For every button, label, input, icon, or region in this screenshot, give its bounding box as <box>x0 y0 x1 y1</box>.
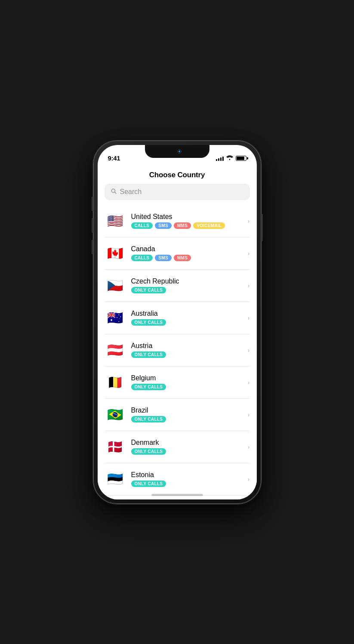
badge-list: CALLSSMSMMSVOICEMAIL <box>131 222 243 229</box>
chevron-right-icon: › <box>248 476 250 483</box>
badge-list: ONLY CALLS <box>131 287 243 293</box>
search-bar[interactable]: Search <box>105 184 250 200</box>
country-name: Denmark <box>131 439 243 447</box>
badge-only-calls: ONLY CALLS <box>131 287 166 293</box>
badge-only-calls: ONLY CALLS <box>131 384 166 390</box>
status-time: 9:41 <box>108 154 120 162</box>
badge-mms: MMS <box>174 222 191 229</box>
signal-bar-4 <box>222 157 224 161</box>
list-item[interactable]: 🇺🇸United StatesCALLSSMSMMSVOICEMAIL› <box>105 205 250 237</box>
badge-mms: MMS <box>174 255 191 261</box>
country-info: Czech RepublicONLY CALLS <box>131 277 243 293</box>
country-name: Belgium <box>131 374 243 382</box>
list-item[interactable]: 🇩🇰DenmarkONLY CALLS› <box>105 431 250 463</box>
country-info: CanadaCALLSSMSMMS <box>131 245 243 261</box>
badge-sms: SMS <box>155 255 172 261</box>
country-name: Czech Republic <box>131 277 243 285</box>
list-item[interactable]: 🇪🇪EstoniaONLY CALLS› <box>105 463 250 496</box>
home-indicator <box>151 494 203 496</box>
badge-list: ONLY CALLS <box>131 448 243 455</box>
badge-only-calls: ONLY CALLS <box>131 351 166 358</box>
badge-list: CALLSSMSMMS <box>131 255 243 261</box>
badge-only-calls: ONLY CALLS <box>131 416 166 422</box>
signal-icon <box>216 156 224 161</box>
flag-belgium: 🇧🇪 <box>105 372 126 393</box>
flag-canada: 🇨🇦 <box>105 243 126 264</box>
badge-list: ONLY CALLS <box>131 481 243 487</box>
chevron-right-icon: › <box>248 347 250 354</box>
battery-icon <box>236 156 246 161</box>
flag-czech-republic: 🇨🇿 <box>105 275 126 296</box>
country-name: Estonia <box>131 471 243 479</box>
country-name: Austria <box>131 342 243 350</box>
list-item[interactable]: 🇦🇺AustraliaONLY CALLS› <box>105 302 250 334</box>
front-camera <box>177 149 182 154</box>
page-title: Choose Country <box>98 166 257 184</box>
chevron-right-icon: › <box>248 218 250 225</box>
app-content[interactable]: Choose Country Search 🇺🇸United StatesCAL… <box>98 166 257 499</box>
flag-denmark: 🇩🇰 <box>105 436 126 458</box>
country-name: United States <box>131 213 243 221</box>
badge-only-calls: ONLY CALLS <box>131 481 166 487</box>
badge-only-calls: ONLY CALLS <box>131 319 166 326</box>
country-info: BrazilONLY CALLS <box>131 407 243 422</box>
list-item[interactable]: 🇧🇪BelgiumONLY CALLS› <box>105 367 250 399</box>
flag-estonia: 🇪🇪 <box>105 468 126 490</box>
country-info: DenmarkONLY CALLS <box>131 439 243 455</box>
phone-screen: 9:41 <box>98 145 257 499</box>
search-placeholder: Search <box>120 188 142 196</box>
country-name: Australia <box>131 310 243 317</box>
country-info: AustriaONLY CALLS <box>131 342 243 358</box>
badge-list: ONLY CALLS <box>131 416 243 422</box>
chevron-right-icon: › <box>248 411 250 418</box>
signal-bar-3 <box>220 157 222 161</box>
badge-calls: CALLS <box>131 222 153 229</box>
signal-bar-1 <box>216 159 217 161</box>
chevron-right-icon: › <box>248 379 250 386</box>
country-info: AustraliaONLY CALLS <box>131 310 243 326</box>
list-item[interactable]: 🇦🇹AustriaONLY CALLS› <box>105 334 250 367</box>
country-info: EstoniaONLY CALLS <box>131 471 243 487</box>
chevron-right-icon: › <box>248 282 250 289</box>
country-info: BelgiumONLY CALLS <box>131 374 243 390</box>
badge-only-calls: ONLY CALLS <box>131 448 166 455</box>
search-container: Search <box>98 184 257 205</box>
list-item[interactable]: 🇫🇮FinlandONLY CALLS› <box>105 496 250 499</box>
phone-frame: 9:41 <box>93 141 261 504</box>
chevron-right-icon: › <box>248 444 250 450</box>
wifi-icon <box>226 155 233 161</box>
flag-united-states: 🇺🇸 <box>105 210 126 232</box>
search-icon <box>111 188 117 195</box>
chevron-right-icon: › <box>248 250 250 257</box>
badge-calls: CALLS <box>131 255 153 261</box>
list-item[interactable]: 🇨🇦CanadaCALLSSMSMMS› <box>105 237 250 270</box>
country-list: 🇺🇸United StatesCALLSSMSMMSVOICEMAIL›🇨🇦Ca… <box>98 205 257 499</box>
country-name: Canada <box>131 245 243 253</box>
badge-list: ONLY CALLS <box>131 384 243 390</box>
notch <box>145 145 209 158</box>
list-item[interactable]: 🇧🇷BrazilONLY CALLS› <box>105 399 250 431</box>
list-item[interactable]: 🇨🇿Czech RepublicONLY CALLS› <box>105 270 250 302</box>
svg-line-1 <box>114 192 116 194</box>
flag-brazil: 🇧🇷 <box>105 404 126 425</box>
badge-list: ONLY CALLS <box>131 351 243 358</box>
chevron-right-icon: › <box>248 314 250 321</box>
signal-bar-2 <box>218 158 219 161</box>
country-info: United StatesCALLSSMSMMSVOICEMAIL <box>131 213 243 229</box>
flag-australia: 🇦🇺 <box>105 307 126 329</box>
status-icons <box>216 155 246 161</box>
country-name: Brazil <box>131 407 243 414</box>
badge-list: ONLY CALLS <box>131 319 243 326</box>
flag-austria: 🇦🇹 <box>105 339 126 361</box>
battery-fill <box>237 157 245 160</box>
badge-sms: SMS <box>155 222 172 229</box>
badge-voicemail: VOICEMAIL <box>193 222 225 229</box>
